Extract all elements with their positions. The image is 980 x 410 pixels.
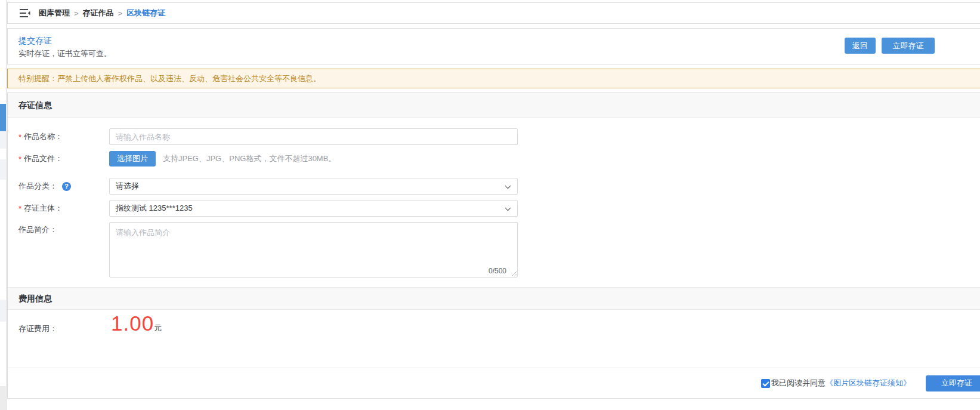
breadcrumb-item-works[interactable]: 存证作品 xyxy=(83,8,114,19)
page-header-card: 提交存证 实时存证，证书立等可查。 返回 立即存证 xyxy=(7,28,980,64)
section-title-fee-info: 费用信息 xyxy=(8,287,980,310)
fee-amount: 1.00 xyxy=(111,312,154,335)
menu-fold-icon[interactable] xyxy=(20,9,30,17)
required-mark: * xyxy=(18,155,21,164)
work-file-label: * 作品文件： xyxy=(18,151,63,167)
submit-button-bottom[interactable]: 立即存证 xyxy=(926,375,980,391)
fee-value: 1.00元 xyxy=(111,312,162,335)
char-counter: 0/500 xyxy=(489,267,506,275)
breadcrumb-separator: > xyxy=(74,9,79,18)
sidebar-rail xyxy=(0,0,7,410)
breadcrumb: 图库管理 > 存证作品 > 区块链存证 xyxy=(39,8,165,19)
page-title: 提交存证 xyxy=(18,36,52,47)
form-footer: 我已阅读并同意 《图片区块链存证须知》 立即存证 xyxy=(8,368,980,398)
agreement-link[interactable]: 《图片区块链存证须知》 xyxy=(826,378,911,389)
required-mark: * xyxy=(18,204,21,213)
chevron-down-icon xyxy=(505,183,511,189)
sidebar-item[interactable] xyxy=(0,132,6,149)
submit-button-top[interactable]: 立即存证 xyxy=(882,38,935,54)
breadcrumb-separator: > xyxy=(118,9,123,18)
subject-select-value: 指纹测试 1235***1235 xyxy=(116,203,193,214)
sidebar-item[interactable] xyxy=(0,386,6,410)
file-format-hint: 支持JPEG、JPG、PNG格式，文件不超过30MB。 xyxy=(163,151,336,167)
form-card: 存证信息 * 作品名称： * 作品文件： 选择图片 支持JPEG、JPG、PNG… xyxy=(7,93,980,399)
sidebar-item[interactable] xyxy=(0,159,6,180)
intro-textarea-wrap: 0/500 xyxy=(109,222,518,278)
page-subtitle: 实时存证，证书立等可查。 xyxy=(18,48,112,59)
category-label: 作品分类： ? xyxy=(18,178,71,195)
help-icon[interactable]: ? xyxy=(62,182,71,191)
fee-unit: 元 xyxy=(154,323,162,332)
required-mark: * xyxy=(18,132,21,141)
chevron-down-icon xyxy=(505,205,511,211)
work-name-label: * 作品名称： xyxy=(18,128,63,145)
agreement-text: 我已阅读并同意 xyxy=(771,378,826,389)
breadcrumb-item-gallery[interactable]: 图库管理 xyxy=(39,8,70,19)
intro-label: 作品简介： xyxy=(18,224,57,236)
subject-select[interactable]: 指纹测试 1235***1235 xyxy=(109,200,518,217)
work-name-input[interactable] xyxy=(109,128,518,145)
intro-textarea[interactable] xyxy=(110,223,517,277)
warning-banner: 特别提醒：严禁上传他人著作权作品、以及违法、反动、危害社会公共安全等不良信息。 xyxy=(7,69,980,88)
sidebar-item[interactable] xyxy=(0,300,6,322)
back-button[interactable]: 返回 xyxy=(845,38,876,54)
agreement-checkbox[interactable] xyxy=(761,379,770,388)
category-select[interactable]: 请选择 xyxy=(109,178,518,195)
sidebar-active-item[interactable] xyxy=(0,104,6,131)
category-select-value: 请选择 xyxy=(116,181,139,192)
subject-label: * 存证主体： xyxy=(18,200,63,217)
breadcrumb-bar: 图库管理 > 存证作品 > 区块链存证 xyxy=(7,2,980,24)
breadcrumb-item-current[interactable]: 区块链存证 xyxy=(126,8,165,19)
page-canvas: 图库管理 > 存证作品 > 区块链存证 提交存证 实时存证，证书立等可查。 返回… xyxy=(0,0,980,410)
section-title-evidence-info: 存证信息 xyxy=(8,93,980,118)
fee-label: 存证费用： xyxy=(18,323,57,335)
choose-image-button[interactable]: 选择图片 xyxy=(109,151,156,167)
